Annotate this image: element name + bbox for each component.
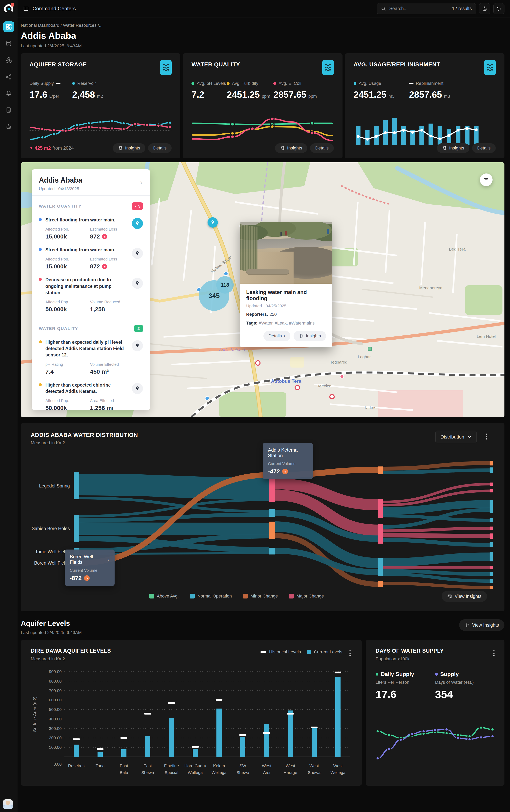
up-triangle-icon: ▲: [134, 205, 137, 208]
section-header: WATER QUALITY2: [39, 325, 143, 332]
incident-panel: Addis Ababa Updated - 04/13/2025 › WATER…: [32, 169, 150, 410]
status-dot: [39, 218, 42, 221]
sidebar-item-network[interactable]: [3, 71, 14, 82]
location-pin-icon: [210, 220, 215, 225]
database-icon: [5, 40, 12, 47]
popup-updated: Updated - 04/25/2025: [246, 303, 326, 308]
sidebar-item-assistant[interactable]: [3, 121, 14, 132]
map-alert-marker[interactable]: [330, 395, 334, 399]
sankey-tooltip-boren: Boren Well Fields › Current Volume -872 …: [65, 550, 115, 586]
breadcrumb[interactable]: National Dashboard / Water Resources /..…: [21, 23, 505, 28]
section-title: ADDIS ABABA WATER DISTRIBUTION: [31, 432, 494, 438]
section-menu-button[interactable]: [484, 433, 489, 440]
svg-text:0.00: 0.00: [54, 762, 62, 766]
sparkle-icon: [442, 146, 447, 151]
search-results-count: 12 results: [452, 6, 472, 11]
popup-insights-button[interactable]: Insights: [294, 331, 326, 341]
incident-location-button[interactable]: [132, 218, 143, 229]
popup-title: Leaking water main and flooding: [246, 289, 326, 301]
search-input[interactable]: [389, 6, 449, 11]
top-bar: Command Centers 12 results: [18, 0, 510, 18]
svg-text:Finefine: Finefine: [164, 763, 179, 768]
sidebar-item-notifications[interactable]: [3, 88, 14, 99]
map-dot-marker[interactable]: [340, 375, 344, 378]
sparkle-icon: [464, 622, 470, 628]
details-button[interactable]: Details: [472, 143, 496, 153]
popup-tags: Tags: #Water, #Leak, #Watermains: [246, 321, 326, 326]
card-days-of-water-supply: DAYS OF WATER SUPPLY Population >100k Da…: [366, 640, 505, 786]
chevron-right-icon[interactable]: ›: [139, 178, 144, 186]
legend-item: Avg. pH Levels7.2: [191, 81, 227, 100]
dot-marker: [191, 82, 194, 85]
page-title: Addis Ababa: [21, 30, 505, 41]
map-pin-selected[interactable]: [208, 217, 218, 228]
sidebar-item-models[interactable]: [3, 55, 14, 65]
insights-button[interactable]: Insights: [113, 143, 145, 153]
details-button[interactable]: Details: [310, 143, 334, 153]
details-button[interactable]: Details: [148, 143, 172, 153]
user-avatar[interactable]: [3, 799, 13, 809]
chevron-down-icon: [468, 435, 472, 439]
chevron-right-icon[interactable]: ›: [108, 557, 110, 562]
map-cluster-118[interactable]: 118: [216, 276, 234, 294]
svg-text:West: West: [333, 763, 343, 768]
map-label: Leghar: [358, 354, 371, 359]
search-icon: [381, 6, 386, 11]
location-pin-icon: [135, 343, 140, 348]
dot-marker: [227, 82, 230, 85]
assistant-button[interactable]: [479, 3, 490, 14]
days-supply-chart: [376, 705, 494, 771]
card-aquifer-storage: AQUIFER STORAGE Daily Supply17.6L/perRes…: [21, 53, 180, 158]
legend-item: Avg. Usage2451.25m3: [354, 81, 409, 100]
sidebar-item-database[interactable]: [3, 38, 14, 49]
incident-location-button[interactable]: [132, 278, 143, 289]
panel-toggle-icon[interactable]: [23, 6, 29, 12]
status-dot: [39, 340, 42, 343]
history-button[interactable]: [493, 3, 505, 14]
legend-item: Normal Operation: [190, 593, 232, 599]
svg-text:Shewa: Shewa: [308, 770, 321, 775]
incident-location-button[interactable]: [132, 383, 143, 394]
incident-location-button[interactable]: [132, 340, 143, 351]
svg-text:600.00: 600.00: [49, 698, 62, 702]
sidebar-item-dashboard[interactable]: [3, 21, 14, 32]
search-bar[interactable]: 12 results: [377, 3, 476, 14]
popup-details-button[interactable]: Details›: [263, 331, 291, 341]
svg-text:West: West: [262, 763, 271, 768]
aquifer-levels-header: Aquifer Levels Last updated 2/4/2025, 6:…: [21, 619, 505, 635]
map-label: Lem Hotel: [477, 334, 496, 339]
map-section[interactable]: Malawi StreetSomalia StreetAddis KetemaA…: [21, 162, 505, 417]
distribution-dropdown[interactable]: Distribution: [436, 431, 477, 443]
change-indicator: ▼ 425 m2 from 2024: [30, 145, 74, 151]
card-subtitle: Population >100k: [376, 657, 494, 662]
incident-photo: [240, 222, 332, 284]
status-dot: [39, 248, 42, 251]
page-last-updated: Last updated 2/4/2025, 6:43AM: [21, 44, 505, 49]
sidebar-item-audit[interactable]: [3, 105, 14, 115]
stat-cards-row: AQUIFER STORAGE Daily Supply17.6L/perRes…: [21, 53, 505, 158]
water-waves-icon: [322, 60, 334, 75]
map-label: Mexico: [318, 384, 331, 388]
map-dot-marker[interactable]: [224, 272, 228, 276]
down-right-arrow-icon: ↘: [84, 575, 90, 581]
svg-text:Special: Special: [165, 770, 178, 775]
map-alert-marker[interactable]: [256, 361, 260, 365]
app-title: Command Centers: [32, 5, 76, 12]
svg-text:800.00: 800.00: [49, 679, 62, 683]
dire-dawa-bar-chart: 100.00200.00300.00400.00500.00600.00700.…: [31, 670, 357, 781]
count-badge: ▲3: [132, 202, 143, 210]
sankey-legend: Above Avg.Normal OperationMinor ChangeMa…: [149, 593, 324, 599]
map-filter-button[interactable]: [480, 173, 492, 186]
chevron-right-icon: ›: [284, 334, 285, 339]
insights-button[interactable]: Insights: [275, 143, 307, 153]
svg-text:Horo Gudru: Horo Gudru: [184, 763, 206, 768]
insights-button[interactable]: Insights: [437, 143, 469, 153]
card-menu-button[interactable]: [492, 649, 496, 657]
map-alert-marker[interactable]: [295, 385, 300, 390]
map-dot-marker[interactable]: [205, 396, 209, 400]
card-menu-button[interactable]: [348, 649, 352, 657]
view-insights-button[interactable]: View Insights: [459, 619, 505, 631]
view-insights-button[interactable]: View Insights: [442, 591, 487, 602]
incident-location-button[interactable]: [132, 248, 143, 259]
dash-marker: [409, 83, 414, 84]
